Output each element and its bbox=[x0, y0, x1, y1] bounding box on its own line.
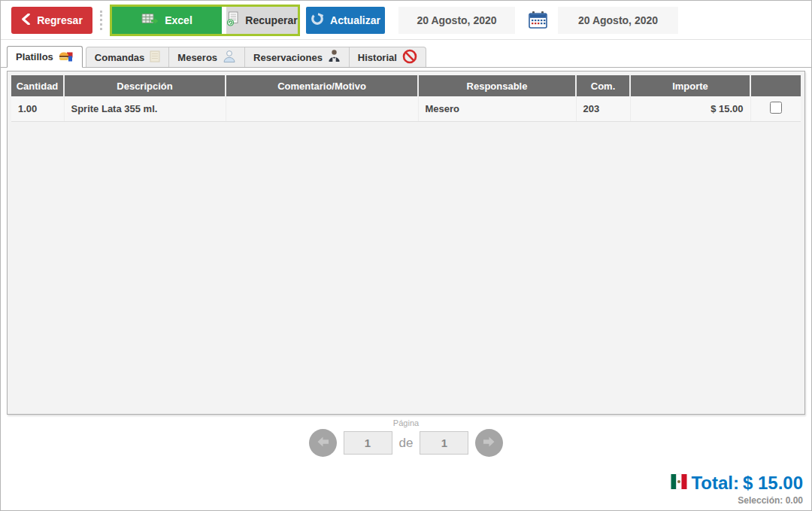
row-select-checkbox[interactable] bbox=[770, 102, 782, 114]
pagination-controls: de bbox=[309, 429, 504, 457]
tab-historial[interactable]: Historial bbox=[349, 47, 426, 67]
seleccion-label: Selección: bbox=[738, 495, 783, 506]
date-start-value: 20 Agosto, 2020 bbox=[417, 14, 496, 26]
recuperar-button[interactable]: Recuperar bbox=[226, 7, 298, 34]
date-end-value: 20 Agosto, 2020 bbox=[578, 14, 658, 26]
total-pages-input[interactable] bbox=[420, 431, 468, 455]
excel-spreadsheet-icon bbox=[141, 13, 159, 28]
recover-document-icon bbox=[226, 11, 239, 29]
cell-com: 203 bbox=[576, 96, 630, 121]
tab-platillos-label: Platillos bbox=[16, 51, 53, 62]
tab-reservaciones[interactable]: Reservaciones bbox=[244, 47, 349, 67]
date-end-field[interactable]: 20 Agosto, 2020 bbox=[558, 7, 678, 34]
previous-page-button[interactable] bbox=[309, 429, 337, 457]
total-value: $ 15.00 bbox=[743, 473, 803, 494]
tab-historial-label: Historial bbox=[358, 52, 397, 63]
cell-responsable: Mesero bbox=[418, 96, 576, 121]
tab-bar: Platillos Comandas bbox=[1, 46, 811, 68]
items-table: Cantidad Descripción Comentario/Motivo R… bbox=[11, 75, 801, 122]
cell-descripcion: Sprite Lata 355 ml. bbox=[64, 96, 226, 121]
cancel-icon bbox=[402, 49, 417, 66]
total-line: Total: $ 15.00 bbox=[671, 472, 803, 494]
pagination: Página de bbox=[1, 418, 811, 457]
food-icon bbox=[59, 50, 74, 64]
column-header-cantidad: Cantidad bbox=[11, 75, 64, 96]
calendar-icon[interactable] bbox=[527, 10, 548, 31]
column-header-descripcion: Descripción bbox=[64, 75, 226, 96]
mexico-flag-icon bbox=[671, 472, 687, 494]
tab-reservaciones-label: Reservaciones bbox=[253, 52, 323, 63]
person-icon bbox=[328, 49, 341, 65]
notepad-icon bbox=[150, 50, 160, 65]
next-page-button[interactable] bbox=[475, 429, 503, 457]
excel-button[interactable]: Excel bbox=[112, 7, 222, 34]
refresh-icon bbox=[311, 12, 324, 28]
tab-platillos[interactable]: Platillos bbox=[7, 46, 83, 68]
column-header-comentario: Comentario/Motivo bbox=[226, 75, 418, 96]
column-header-com: Com. bbox=[576, 75, 630, 96]
grid-panel: Cantidad Descripción Comentario/Motivo R… bbox=[7, 71, 805, 415]
actualizar-button[interactable]: Actualizar bbox=[306, 7, 385, 34]
arrow-right-icon bbox=[482, 436, 496, 450]
app-window: Regresar Excel bbox=[0, 0, 812, 511]
date-start-field[interactable]: 20 Agosto, 2020 bbox=[398, 7, 515, 34]
table-row[interactable]: 1.00 Sprite Lata 355 ml. Mesero 203 $ 15… bbox=[11, 96, 801, 121]
export-button-group: Excel Recuperar bbox=[110, 5, 300, 36]
arrow-left-icon bbox=[316, 436, 330, 450]
total-label: Total: bbox=[691, 473, 739, 494]
regresar-button[interactable]: Regresar bbox=[11, 7, 92, 34]
table-header-row: Cantidad Descripción Comentario/Motivo R… bbox=[11, 75, 801, 96]
tab-comandas-label: Comandas bbox=[95, 52, 144, 63]
cell-importe: $ 15.00 bbox=[630, 96, 750, 121]
toolbar: Regresar Excel bbox=[1, 1, 811, 40]
column-header-importe: Importe bbox=[630, 75, 750, 96]
tab-meseros-label: Meseros bbox=[177, 52, 217, 63]
seleccion-line: Selección: 0.00 bbox=[671, 495, 803, 506]
current-page-input[interactable] bbox=[344, 431, 392, 455]
cell-cantidad: 1.00 bbox=[11, 96, 64, 121]
column-header-select bbox=[750, 75, 801, 96]
cell-select bbox=[750, 96, 801, 121]
tab-meseros[interactable]: Meseros bbox=[168, 47, 244, 67]
recuperar-label: Recuperar bbox=[245, 14, 297, 26]
cell-comentario bbox=[226, 96, 418, 121]
toolbar-separator bbox=[100, 11, 102, 30]
seleccion-value: 0.00 bbox=[786, 495, 803, 506]
column-header-responsable: Responsable bbox=[418, 75, 576, 96]
excel-label: Excel bbox=[165, 14, 192, 26]
actualizar-label: Actualizar bbox=[330, 14, 380, 26]
regresar-label: Regresar bbox=[37, 14, 83, 26]
chevron-left-icon bbox=[21, 14, 31, 27]
tab-strip: Comandas Meseros Reserva bbox=[86, 47, 426, 67]
tab-comandas[interactable]: Comandas bbox=[86, 47, 168, 67]
page-of-label: de bbox=[399, 436, 414, 451]
waiter-icon bbox=[223, 50, 236, 65]
totals-footer: Total: $ 15.00 Selección: 0.00 bbox=[671, 472, 803, 506]
pagination-label: Página bbox=[393, 418, 419, 427]
